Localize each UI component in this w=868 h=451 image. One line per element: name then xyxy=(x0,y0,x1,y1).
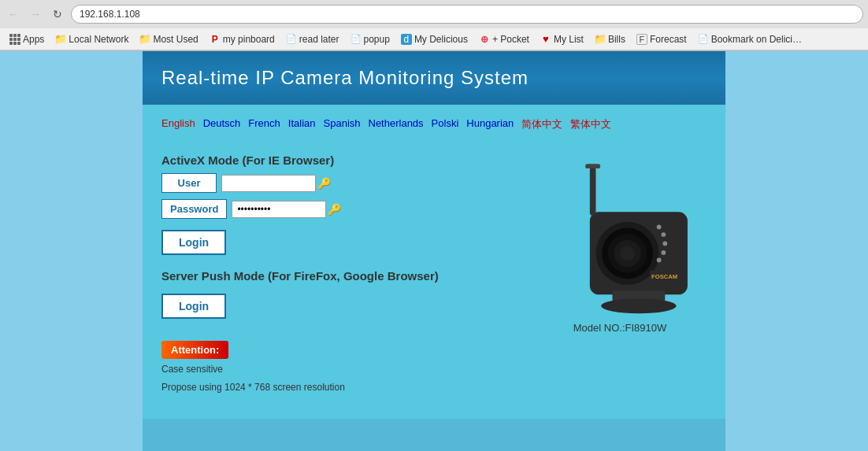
password-label: Password xyxy=(161,199,227,219)
bookmark-apps[interactable]: Apps xyxy=(5,32,49,46)
svg-point-6 xyxy=(657,225,662,230)
server-push-title: Server Push Mode (For FireFox, Google Br… xyxy=(161,269,517,283)
user-row: User 🔑 xyxy=(161,173,517,193)
user-input[interactable] xyxy=(221,175,316,192)
bookmark-pocket-label: + Pocket xyxy=(492,34,529,45)
popup-icon: 📄 xyxy=(351,34,362,45)
bookmark-my-delicious[interactable]: d My Delicious xyxy=(396,32,473,46)
apps-icon xyxy=(9,34,20,45)
back-button[interactable]: ← xyxy=(5,6,22,23)
bookmarks-bar: Apps 📁 Local Network 📁 Most Used P my pi… xyxy=(0,28,868,50)
forward-button[interactable]: → xyxy=(27,6,44,23)
folder-icon-2: 📁 xyxy=(139,34,150,45)
login-section: ActiveX Mode (For IE Browser) User 🔑 Pas… xyxy=(158,136,710,403)
toolbar: ← → ↻ xyxy=(0,0,868,28)
activex-login-row: Login xyxy=(161,225,517,260)
bookmark-forecast[interactable]: F Forecast xyxy=(632,32,692,46)
bookmark-my-list[interactable]: ♥ My List xyxy=(536,32,588,46)
panel-body: English Deutsch French Italian Spanish N… xyxy=(143,105,725,419)
browser-chrome: ← → ↻ Apps 📁 Local Network 📁 Most Used xyxy=(0,0,868,51)
lang-traditional-chinese[interactable]: 繁体中文 xyxy=(570,117,611,131)
password-row: Password 🔑 xyxy=(161,199,517,219)
page-title: Real-time IP Camera Monitoring System xyxy=(161,67,707,89)
attention-badge: Attention: xyxy=(161,341,228,359)
attention-label: Attention: xyxy=(171,344,219,356)
svg-point-7 xyxy=(662,232,666,237)
bookmark-my-list-label: My List xyxy=(554,34,584,45)
svg-point-9 xyxy=(662,250,666,255)
password-key-icon[interactable]: 🔑 xyxy=(328,203,341,216)
camera-illustration: FOSCAM xyxy=(541,152,699,317)
login-forms: ActiveX Mode (For IE Browser) User 🔑 Pas… xyxy=(161,144,517,395)
password-input[interactable] xyxy=(232,201,326,218)
lang-english[interactable]: English xyxy=(161,117,195,131)
bookmark-pinboard[interactable]: P my pinboard xyxy=(205,32,280,46)
bookmark-most-used-label: Most Used xyxy=(153,34,198,45)
delicious-bm-icon: 📄 xyxy=(698,34,709,45)
activex-title: ActiveX Mode (For IE Browser) xyxy=(161,153,517,167)
user-label: User xyxy=(161,173,217,193)
bookmark-pinboard-label: my pinboard xyxy=(223,34,275,45)
lang-simplified-chinese[interactable]: 简体中文 xyxy=(521,117,562,131)
svg-rect-11 xyxy=(590,167,596,216)
bookmark-forecast-label: Forecast xyxy=(650,34,687,45)
activex-login-button[interactable]: Login xyxy=(161,230,226,255)
bookmark-my-delicious-label: My Delicious xyxy=(414,34,468,45)
svg-point-10 xyxy=(657,258,662,263)
svg-rect-12 xyxy=(585,164,600,168)
lang-netherlands[interactable]: Netherlands xyxy=(369,117,424,131)
lang-hungarian[interactable]: Hungarian xyxy=(466,117,514,131)
lang-polski[interactable]: Polski xyxy=(432,117,459,131)
bookmark-local-network-label: Local Network xyxy=(69,34,128,45)
note-case-sensitive: Case sensitive xyxy=(161,362,517,377)
server-push-login-button[interactable]: Login xyxy=(161,294,226,319)
user-key-icon[interactable]: 🔑 xyxy=(317,177,331,190)
page-content: Real-time IP Camera Monitoring System En… xyxy=(0,51,868,451)
bookmark-on-delicious[interactable]: 📄 Bookmark on Delici… xyxy=(693,32,807,46)
bookmark-on-delicious-label: Bookmark on Delici… xyxy=(711,34,802,45)
panel-header: Real-time IP Camera Monitoring System xyxy=(143,51,725,105)
lang-italian[interactable]: Italian xyxy=(288,117,316,131)
language-bar: English Deutsch French Italian Spanish N… xyxy=(158,113,710,136)
read-later-icon: 📄 xyxy=(286,34,297,45)
bookmark-most-used[interactable]: 📁 Most Used xyxy=(135,32,202,46)
heart-icon: ♥ xyxy=(540,34,551,45)
password-input-wrapper: 🔑 xyxy=(232,201,341,218)
svg-point-8 xyxy=(662,242,667,246)
delicious-icon: d xyxy=(401,34,412,45)
pinboard-icon: P xyxy=(210,34,221,45)
lang-spanish[interactable]: Spanish xyxy=(324,117,361,131)
bookmark-apps-label: Apps xyxy=(23,34,44,45)
camera-panel: Real-time IP Camera Monitoring System En… xyxy=(143,51,725,451)
bookmark-local-network[interactable]: 📁 Local Network xyxy=(50,32,133,46)
reload-button[interactable]: ↻ xyxy=(49,6,66,23)
bookmark-bills[interactable]: 📁 Bills xyxy=(590,32,630,46)
lang-french[interactable]: French xyxy=(248,117,280,131)
attention-area: Attention: Case sensitive Propose using … xyxy=(161,333,517,395)
forecast-icon: F xyxy=(636,34,647,45)
camera-model: Model NO.:FI8910W xyxy=(573,322,667,334)
user-input-wrapper: 🔑 xyxy=(221,175,331,192)
svg-text:FOSCAM: FOSCAM xyxy=(651,273,677,280)
address-bar[interactable] xyxy=(71,5,863,24)
bookmark-pocket[interactable]: ⊕ + Pocket xyxy=(474,32,534,46)
bookmark-read-later[interactable]: 📄 read later xyxy=(281,32,344,46)
bookmark-popup-label: popup xyxy=(364,34,390,45)
camera-image-section: FOSCAM Model NO.:FI8910W xyxy=(533,144,707,395)
bookmark-read-later-label: read later xyxy=(299,34,339,45)
svg-point-14 xyxy=(601,298,676,313)
server-push-login-row: Login xyxy=(161,289,517,323)
bookmark-bills-label: Bills xyxy=(608,34,625,45)
folder-icon: 📁 xyxy=(55,34,66,45)
note-resolution: Propose using 1024 * 768 screen resoluti… xyxy=(161,380,517,395)
bills-folder-icon: 📁 xyxy=(595,34,606,45)
bookmark-popup[interactable]: 📄 popup xyxy=(346,32,395,46)
pocket-icon: ⊕ xyxy=(479,34,490,45)
lang-deutsch[interactable]: Deutsch xyxy=(203,117,241,131)
svg-point-5 xyxy=(620,246,635,261)
